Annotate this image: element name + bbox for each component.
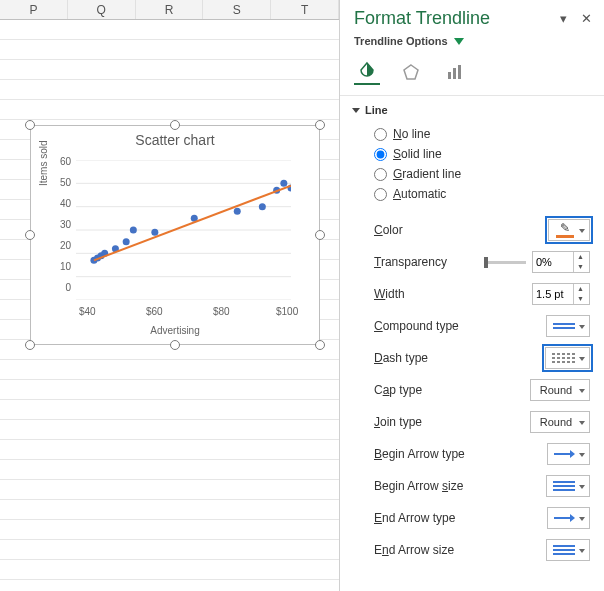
col-header[interactable]: T xyxy=(271,0,339,19)
pane-tabs xyxy=(340,53,604,96)
tab-trendline-options[interactable] xyxy=(442,59,468,85)
label-width: Width xyxy=(374,287,405,301)
label-color: Color xyxy=(374,223,403,237)
pane-title: Format Trendline xyxy=(354,8,490,29)
radio-automatic[interactable]: Automatic xyxy=(374,184,604,204)
tab-fill-line[interactable] xyxy=(354,59,380,85)
resize-handle[interactable] xyxy=(315,230,325,240)
cap-type-picker[interactable]: Round xyxy=(530,379,590,401)
svg-point-16 xyxy=(234,208,241,215)
y-tick: 0 xyxy=(53,282,71,293)
col-header[interactable]: S xyxy=(203,0,271,19)
svg-point-14 xyxy=(151,229,158,236)
resize-handle[interactable] xyxy=(25,340,35,350)
begin-arrow-type-picker[interactable] xyxy=(547,443,590,465)
section-line[interactable]: Line xyxy=(340,96,604,122)
col-header[interactable]: Q xyxy=(68,0,136,19)
label-cap-type: Cap type xyxy=(374,383,422,397)
y-tick: 60 xyxy=(53,156,71,167)
resize-handle[interactable] xyxy=(315,340,325,350)
label-begin-arrow-size: Begin Arrow size xyxy=(374,479,463,493)
svg-point-17 xyxy=(259,203,266,210)
label-dash-type: Dash type xyxy=(374,351,428,365)
label-compound-type: Compound type xyxy=(374,319,459,333)
radio-solid-line[interactable]: Solid line xyxy=(374,144,604,164)
label-begin-arrow-type: Begin Arrow type xyxy=(374,447,465,461)
resize-handle[interactable] xyxy=(25,120,35,130)
svg-rect-24 xyxy=(453,68,456,79)
radio-gradient-line[interactable]: Gradient line xyxy=(374,164,604,184)
pane-menu-button[interactable]: ▾ xyxy=(560,11,567,26)
transparency-slider[interactable] xyxy=(486,261,526,264)
y-tick: 10 xyxy=(53,261,71,272)
radio-no-line[interactable]: No line xyxy=(374,124,604,144)
label-end-arrow-type: End Arrow type xyxy=(374,511,455,525)
embedded-chart[interactable]: Scatter chart Items sold Advertising 60 … xyxy=(30,125,320,345)
width-input[interactable]: ▲▼ xyxy=(532,283,590,305)
end-arrow-type-picker[interactable] xyxy=(547,507,590,529)
resize-handle[interactable] xyxy=(25,230,35,240)
svg-rect-23 xyxy=(448,72,451,79)
x-axis-label[interactable]: Advertising xyxy=(31,325,319,336)
label-join-type: Join type xyxy=(374,415,422,429)
label-transparency: Transparency xyxy=(374,255,447,269)
y-axis-label[interactable]: Items sold xyxy=(38,140,49,186)
svg-marker-22 xyxy=(404,65,418,79)
col-header[interactable]: R xyxy=(136,0,204,19)
svg-line-21 xyxy=(94,186,291,261)
x-tick: $60 xyxy=(146,306,163,317)
x-tick: $80 xyxy=(213,306,230,317)
label-end-arrow-size: End Arrow size xyxy=(374,543,454,557)
transparency-input[interactable]: ▲▼ xyxy=(532,251,590,273)
resize-handle[interactable] xyxy=(170,340,180,350)
column-headers: P Q R S T xyxy=(0,0,339,20)
resize-handle[interactable] xyxy=(170,120,180,130)
x-tick: $40 xyxy=(79,306,96,317)
y-tick: 20 xyxy=(53,240,71,251)
svg-point-12 xyxy=(123,238,130,245)
section-label: Line xyxy=(365,104,388,116)
options-label: Trendline Options xyxy=(354,35,448,47)
format-trendline-pane: Format Trendline ▾ ✕ Trendline Options L… xyxy=(340,0,604,591)
svg-point-13 xyxy=(130,227,137,234)
line-style-radios: No line Solid line Gradient line Automat… xyxy=(340,122,604,210)
trendline-options-dropdown[interactable]: Trendline Options xyxy=(340,31,604,53)
svg-rect-25 xyxy=(458,65,461,79)
y-tick: 30 xyxy=(53,219,71,230)
spreadsheet-area: P Q R S T Scatter chart Items sold Adver… xyxy=(0,0,340,591)
x-tick: $100 xyxy=(276,306,298,317)
begin-arrow-size-picker[interactable] xyxy=(546,475,590,497)
y-tick: 50 xyxy=(53,177,71,188)
tab-effects[interactable] xyxy=(398,59,424,85)
svg-point-19 xyxy=(280,180,287,187)
chevron-down-icon xyxy=(454,38,464,45)
chart-plot-area[interactable] xyxy=(76,160,291,300)
compound-type-picker[interactable] xyxy=(546,315,590,337)
join-type-picker[interactable]: Round xyxy=(530,411,590,433)
caret-down-icon xyxy=(352,108,360,113)
color-picker[interactable]: ✎ xyxy=(548,219,590,241)
col-header[interactable]: P xyxy=(0,0,68,19)
y-tick: 40 xyxy=(53,198,71,209)
end-arrow-size-picker[interactable] xyxy=(546,539,590,561)
close-icon[interactable]: ✕ xyxy=(581,11,592,26)
resize-handle[interactable] xyxy=(315,120,325,130)
dash-type-picker[interactable] xyxy=(545,347,590,369)
